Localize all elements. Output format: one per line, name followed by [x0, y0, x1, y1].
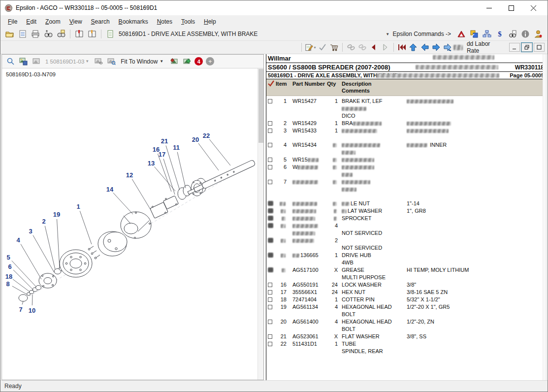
table-row[interactable]: 1WR154271BRAKE KIT, LEFDICO	[268, 98, 546, 120]
link-icon[interactable]	[346, 42, 356, 53]
callout-number-7[interactable]: 7	[19, 306, 22, 313]
chevron-down-icon[interactable]: ▼	[160, 59, 163, 64]
checkbox-icon[interactable]	[268, 283, 272, 287]
row-select-checkbox[interactable]	[268, 141, 276, 156]
page-selector[interactable]: 1 508169D1-03	[45, 59, 84, 65]
menu-tools[interactable]: Tools	[177, 17, 199, 27]
checkbox-icon[interactable]	[268, 334, 272, 339]
table-row[interactable]: 2NOT SERVICED	[268, 237, 546, 252]
minimize-button[interactable]	[478, 1, 500, 15]
callout-number-8[interactable]: 8	[6, 280, 9, 288]
row-select-checkbox[interactable]	[268, 281, 276, 289]
row-select-checkbox[interactable]	[268, 200, 276, 207]
image-save-icon[interactable]	[17, 56, 29, 67]
redacted-checkbox[interactable]	[268, 253, 273, 258]
redacted-checkbox[interactable]	[268, 201, 273, 206]
chevron-down-icon[interactable]: ▼	[386, 32, 389, 36]
add-labor-rate-label[interactable]: dd Labor Rate	[467, 40, 500, 54]
prev-arrow-icon[interactable]	[368, 42, 379, 53]
org-chart-icon[interactable]	[481, 29, 493, 39]
book-yellow-icon[interactable]	[86, 29, 98, 39]
callout-number-11[interactable]: 11	[173, 144, 180, 151]
chevron-down-icon[interactable]: ▼	[85, 59, 89, 64]
callout-number-14[interactable]: 14	[106, 186, 114, 193]
redacted-checkbox[interactable]	[268, 238, 273, 243]
callout-number-5[interactable]: 5	[6, 254, 10, 261]
row-select-checkbox[interactable]	[268, 120, 276, 127]
row-select-checkbox[interactable]	[268, 296, 276, 303]
row-select-checkbox[interactable]	[268, 289, 276, 296]
price-dollar-icon[interactable]: $	[494, 29, 506, 39]
menu-help[interactable]: Help	[199, 17, 221, 27]
mdi-restore-button[interactable]	[521, 43, 532, 52]
callout-number-4[interactable]: 4	[16, 236, 20, 244]
close-button[interactable]	[522, 1, 545, 15]
table-row[interactable]: 22511431D11TUBESPINDLE, REAR	[268, 340, 546, 355]
row-select-checkbox[interactable]	[268, 127, 276, 134]
callout-number-1[interactable]: 1	[76, 203, 80, 210]
mdi-minimize-button[interactable]	[509, 43, 520, 52]
find-part-icon[interactable]	[42, 29, 54, 39]
checkbox-icon[interactable]	[268, 158, 272, 162]
menu-edit[interactable]: Edit	[22, 17, 41, 27]
row-select-checkbox[interactable]	[268, 333, 276, 340]
user-icon[interactable]	[532, 29, 544, 39]
print-icon[interactable]	[30, 29, 41, 39]
table-row[interactable]: SPROCKET	[268, 215, 546, 222]
notes-count-badge[interactable]: 4	[194, 57, 203, 65]
table-row[interactable]: 4WR15434 INNER	[268, 141, 546, 156]
table-row[interactable]: 17355566X124HEX NUT3/8-16 SAE 5 ZN	[268, 289, 546, 296]
table-row[interactable]: 20AG5614004HEXAGONAL HEAD BOLT1/2"-20, Z…	[268, 318, 546, 333]
image-zoom-icon[interactable]	[105, 56, 117, 67]
row-select-checkbox[interactable]	[268, 156, 276, 163]
table-row[interactable]: 16AG55019124LOCK WASHER3/8"	[268, 281, 546, 289]
image-next-icon[interactable]	[181, 56, 193, 67]
table-row[interactable]: 21AG523061XFLAT WASHER3/8", SS	[268, 333, 546, 340]
row-select-checkbox[interactable]	[268, 252, 276, 266]
first-page-icon[interactable]	[397, 42, 407, 53]
callout-number-22[interactable]: 22	[203, 132, 210, 139]
callout-number-17[interactable]: 17	[159, 151, 165, 158]
cart-icon[interactable]	[329, 42, 339, 53]
next-arrow-icon[interactable]	[380, 42, 390, 53]
table-row[interactable]: 18724714041COTTER PIN5/32" X 1-1/2"	[268, 296, 546, 303]
checkbox-icon[interactable]	[268, 180, 272, 184]
table-row[interactable]: 3WR154331	[268, 127, 546, 134]
checkbox-icon[interactable]	[268, 129, 272, 133]
menu-bookmarks[interactable]: Bookmarks	[114, 17, 153, 27]
redacted-checkbox[interactable]	[268, 216, 273, 221]
callout-number-2[interactable]: 2	[42, 218, 45, 225]
agco-triangle-icon[interactable]	[455, 29, 467, 39]
maximize-button[interactable]	[500, 1, 522, 15]
callout-number-19[interactable]: 19	[53, 211, 60, 218]
mdi-maximize-button[interactable]	[534, 43, 545, 52]
row-select-checkbox[interactable]	[268, 340, 276, 355]
table-row[interactable]: LAT WASHER1", GR8	[268, 207, 546, 215]
menu-file[interactable]: File	[3, 17, 22, 27]
zoom-mode-selector[interactable]: Fit To Window	[121, 58, 158, 65]
table-row[interactable]: 19AG5611344HEXAGONAL HEAD BOLT1/2"-20 X …	[268, 303, 546, 318]
table-row[interactable]: 2WR154291BRA	[268, 120, 546, 127]
image-link-icon[interactable]	[93, 56, 104, 67]
menu-search[interactable]: Search	[87, 17, 114, 27]
redacted-checkbox[interactable]	[268, 223, 273, 228]
callout-number-21[interactable]: 21	[161, 137, 168, 145]
table-row[interactable]: 1366651DRIVE HUB4WB	[268, 252, 546, 266]
checkbox-icon[interactable]	[268, 305, 272, 309]
menu-notes[interactable]: Notes	[153, 17, 177, 27]
menu-view[interactable]: View	[65, 17, 87, 27]
callout-number-13[interactable]: 13	[148, 160, 155, 167]
image-prev-icon[interactable]	[168, 56, 180, 67]
transfer-icon[interactable]	[468, 29, 480, 39]
row-select-checkbox[interactable]	[268, 237, 276, 252]
find-text-icon[interactable]	[55, 29, 67, 39]
row-select-checkbox[interactable]	[268, 163, 276, 178]
table-row[interactable]: 5WR15	[268, 156, 546, 163]
page-grid-icon[interactable]	[17, 29, 29, 39]
table-row[interactable]: 4NOT SERVICED	[268, 222, 546, 237]
row-select-checkbox[interactable]	[268, 207, 276, 215]
row-select-checkbox[interactable]	[268, 98, 276, 120]
zoom-lens-icon[interactable]	[4, 56, 16, 67]
back-arrow-icon[interactable]	[419, 42, 430, 53]
checkbox-icon[interactable]	[268, 121, 272, 126]
